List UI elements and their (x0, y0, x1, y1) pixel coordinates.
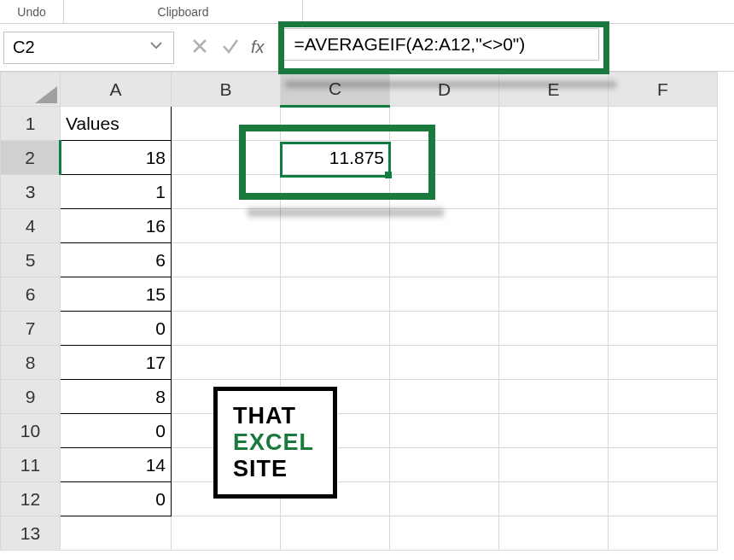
col-header-e[interactable]: E (499, 73, 609, 107)
cell-b5[interactable] (172, 243, 281, 277)
row-header-9[interactable]: 9 (1, 380, 61, 414)
col-header-a[interactable]: A (61, 73, 172, 107)
row-header-11[interactable]: 11 (1, 448, 61, 482)
row-header-4[interactable]: 4 (1, 209, 61, 243)
cell-d5[interactable] (390, 243, 499, 277)
cell-b13[interactable] (172, 516, 281, 551)
cell-d12[interactable] (390, 482, 499, 516)
cell-b7[interactable] (172, 312, 281, 346)
row-header-3[interactable]: 3 (1, 175, 61, 209)
cell-f12[interactable] (609, 482, 718, 516)
cell-f4[interactable] (609, 209, 718, 243)
cell-f9[interactable] (609, 380, 718, 414)
col-header-c[interactable]: C (281, 73, 390, 107)
cell-a9[interactable]: 8 (61, 380, 172, 414)
cell-a2[interactable]: 18 (61, 141, 172, 175)
cell-f10[interactable] (609, 414, 718, 448)
row-header-1[interactable]: 1 (1, 107, 61, 141)
cell-c3[interactable] (281, 175, 390, 209)
cell-c2[interactable]: 11.875 (281, 141, 390, 175)
cell-f7[interactable] (609, 312, 718, 346)
enter-icon[interactable] (220, 36, 241, 60)
cell-a7[interactable]: 0 (61, 312, 172, 346)
ribbon-group-clipboard[interactable]: Clipboard (64, 0, 303, 23)
fx-label[interactable]: fx (251, 38, 268, 57)
cell-e6[interactable] (499, 277, 609, 312)
cell-a8[interactable]: 17 (61, 346, 172, 380)
cell-a13[interactable] (61, 516, 172, 551)
cell-f5[interactable] (609, 243, 718, 277)
cell-a12[interactable]: 0 (61, 482, 172, 516)
row-header-12[interactable]: 12 (1, 482, 61, 516)
cell-c5[interactable] (281, 243, 390, 277)
name-box[interactable]: C2 (3, 32, 174, 64)
col-header-b[interactable]: B (172, 73, 281, 107)
row-header-10[interactable]: 10 (1, 414, 61, 448)
cell-b2[interactable] (172, 141, 281, 175)
cell-c7[interactable] (281, 312, 390, 346)
cell-d7[interactable] (390, 312, 499, 346)
cell-e7[interactable] (499, 312, 609, 346)
cell-f1[interactable] (609, 107, 718, 141)
cell-e9[interactable] (499, 380, 609, 414)
cell-c13[interactable] (281, 516, 390, 551)
cell-a3[interactable]: 1 (61, 175, 172, 209)
cell-e10[interactable] (499, 414, 609, 448)
cell-b8[interactable] (172, 346, 281, 380)
cell-d11[interactable] (390, 448, 499, 482)
cell-e12[interactable] (499, 482, 609, 516)
cell-d2[interactable] (390, 141, 499, 175)
col-header-d[interactable]: D (390, 73, 499, 107)
cell-d4[interactable] (390, 209, 499, 243)
cell-f3[interactable] (609, 175, 718, 209)
cell-b4[interactable] (172, 209, 281, 243)
chevron-down-icon[interactable] (146, 35, 166, 60)
cell-e3[interactable] (499, 175, 609, 209)
cell-f11[interactable] (609, 448, 718, 482)
spreadsheet-grid[interactable]: A B C D E F 1 Values 2 18 11.875 3 (0, 72, 734, 551)
cell-a4[interactable]: 16 (61, 209, 172, 243)
select-all-corner[interactable] (1, 73, 61, 107)
cell-f13[interactable] (609, 516, 718, 551)
cell-d13[interactable] (390, 516, 499, 551)
cell-c8[interactable] (281, 346, 390, 380)
cell-c1[interactable] (281, 107, 390, 141)
row-header-7[interactable]: 7 (1, 312, 61, 346)
cell-e13[interactable] (499, 516, 609, 551)
cell-f2[interactable] (609, 141, 718, 175)
cell-e8[interactable] (499, 346, 609, 380)
cell-e4[interactable] (499, 209, 609, 243)
ribbon-group-undo[interactable]: Undo (0, 0, 64, 23)
row-header-13[interactable]: 13 (1, 516, 61, 551)
cancel-icon[interactable] (189, 36, 210, 60)
cell-d3[interactable] (390, 175, 499, 209)
cell-d9[interactable] (390, 380, 499, 414)
cell-d6[interactable] (390, 277, 499, 312)
row-header-8[interactable]: 8 (1, 346, 61, 380)
cell-b6[interactable] (172, 277, 281, 312)
cell-a6[interactable]: 15 (61, 277, 172, 312)
ribbon-groups: Undo Clipboard (0, 0, 734, 24)
cell-a11[interactable]: 14 (61, 448, 172, 482)
row-header-6[interactable]: 6 (1, 277, 61, 312)
cell-c6[interactable] (281, 277, 390, 312)
cell-f8[interactable] (609, 346, 718, 380)
cell-f6[interactable] (609, 277, 718, 312)
cell-e5[interactable] (499, 243, 609, 277)
row-header-5[interactable]: 5 (1, 243, 61, 277)
cell-d8[interactable] (390, 346, 499, 380)
formula-input[interactable]: =AVERAGEIF(A2:A12,"<>0") (283, 28, 599, 61)
cell-b3[interactable] (172, 175, 281, 209)
cell-a10[interactable]: 0 (61, 414, 172, 448)
cell-b1[interactable] (172, 107, 281, 141)
col-header-f[interactable]: F (609, 73, 718, 107)
cell-a5[interactable]: 6 (61, 243, 172, 277)
cell-d10[interactable] (390, 414, 499, 448)
row-header-2[interactable]: 2 (1, 141, 61, 175)
cell-c4[interactable] (281, 209, 390, 243)
cell-e11[interactable] (499, 448, 609, 482)
cell-e2[interactable] (499, 141, 609, 175)
cell-a1[interactable]: Values (61, 107, 172, 141)
cell-d1[interactable] (390, 107, 499, 141)
cell-e1[interactable] (499, 107, 609, 141)
